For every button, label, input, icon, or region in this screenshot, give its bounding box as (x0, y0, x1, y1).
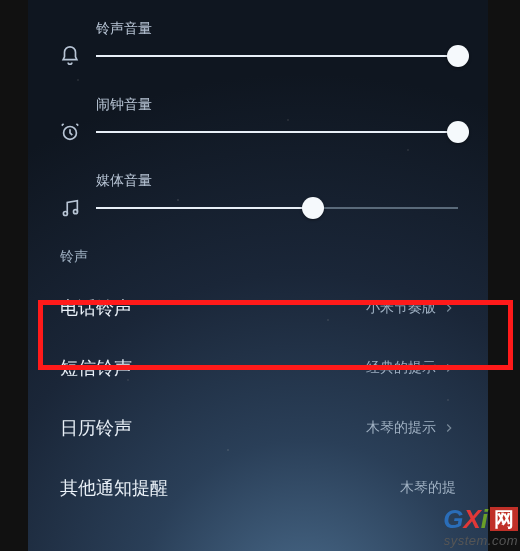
phone-ringtone-value: 小米节奏版 (366, 299, 436, 317)
phone-ringtone-row[interactable]: 电话铃声 小米节奏版 (58, 278, 458, 338)
calendar-ringtone-row[interactable]: 日历铃声 木琴的提示 (58, 398, 458, 458)
alarm-volume-slider[interactable] (96, 121, 458, 143)
ring-volume-row (58, 44, 458, 68)
chevron-right-icon (442, 301, 456, 315)
media-volume-row (58, 196, 458, 220)
alarm-volume-label: 闹钟音量 (96, 96, 458, 114)
other-notification-row[interactable]: 其他通知提醒 木琴的提 (58, 458, 458, 518)
ring-volume-block: 铃声音量 (58, 20, 458, 68)
settings-screen: 铃声音量 闹钟音量 (28, 0, 488, 551)
sms-ringtone-row[interactable]: 短信铃声 经典的提示 (58, 338, 458, 398)
ringtone-section-header: 铃声 (60, 248, 458, 266)
ring-volume-slider[interactable] (96, 45, 458, 67)
other-notification-title: 其他通知提醒 (60, 476, 168, 500)
watermark-logo: GXi网 (443, 506, 518, 532)
ring-volume-label: 铃声音量 (96, 20, 458, 38)
ring-slider-thumb[interactable] (447, 45, 469, 67)
phone-ringtone-title: 电话铃声 (60, 296, 132, 320)
calendar-ringtone-title: 日历铃声 (60, 416, 132, 440)
media-volume-label: 媒体音量 (96, 172, 458, 190)
phone-frame: 铃声音量 闹钟音量 (0, 0, 520, 551)
media-slider-thumb[interactable] (302, 197, 324, 219)
watermark-url: system.com (443, 534, 518, 547)
calendar-ringtone-value: 木琴的提示 (366, 419, 436, 437)
sms-ringtone-title: 短信铃声 (60, 356, 132, 380)
alarm-clock-icon (58, 120, 82, 144)
content-area: 铃声音量 闹钟音量 (28, 0, 488, 518)
sms-ringtone-value: 经典的提示 (366, 359, 436, 377)
media-volume-slider[interactable] (96, 197, 458, 219)
watermark: GXi网 system.com (443, 506, 518, 547)
other-notification-value: 木琴的提 (400, 479, 456, 497)
bell-icon (58, 44, 82, 68)
chevron-right-icon (442, 421, 456, 435)
alarm-volume-row (58, 120, 458, 144)
svg-point-2 (73, 210, 77, 214)
music-note-icon (58, 196, 82, 220)
svg-point-1 (63, 211, 67, 215)
alarm-volume-block: 闹钟音量 (58, 96, 458, 144)
alarm-slider-thumb[interactable] (447, 121, 469, 143)
media-volume-block: 媒体音量 (58, 172, 458, 220)
chevron-right-icon (442, 361, 456, 375)
